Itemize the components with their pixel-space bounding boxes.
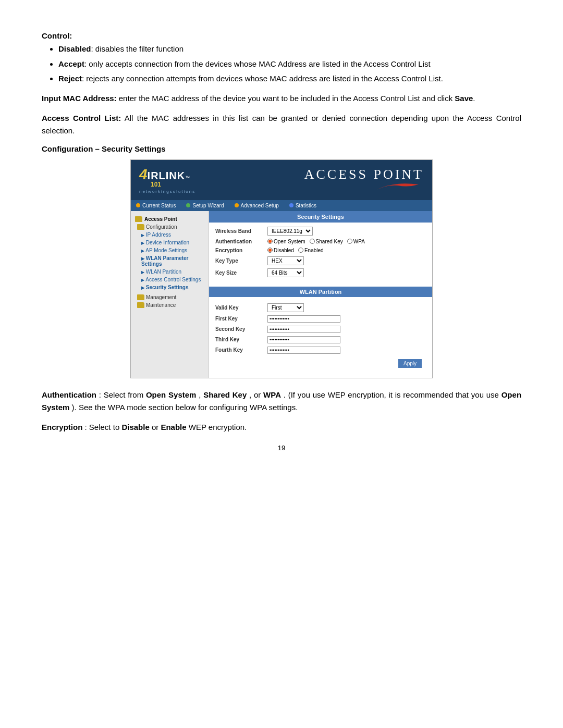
auth-label: Authentication bbox=[215, 239, 267, 244]
wireless-band-row: Wireless Band IEEE802.11g bbox=[215, 227, 426, 236]
enc-note-bold: Encryption bbox=[42, 423, 82, 431]
valid-key-select[interactable]: First bbox=[267, 303, 304, 312]
first-key-label: First Key bbox=[215, 316, 267, 322]
wireless-band-label: Wireless Band bbox=[215, 228, 267, 234]
valid-key-row: Valid Key First bbox=[215, 303, 426, 312]
fourth-key-value bbox=[267, 347, 426, 354]
auth-note-end: ). See the WPA mode section below for co… bbox=[72, 403, 298, 412]
third-key-input[interactable] bbox=[267, 336, 340, 343]
second-key-row: Second Key bbox=[215, 326, 426, 333]
wireless-band-value: IEEE802.11g bbox=[267, 227, 426, 236]
bullet-list: Disabled: disables the filter function A… bbox=[58, 43, 521, 85]
sidebar-label-device: Device Information bbox=[146, 240, 189, 245]
radio-enabled-dot bbox=[298, 248, 303, 253]
auth-shared-key[interactable]: Shared Key bbox=[310, 239, 343, 244]
nav-bar: Current Status Setup Wizard Advanced Set… bbox=[131, 200, 432, 211]
nav-label-setup: Setup Wizard bbox=[192, 203, 224, 208]
second-key-input[interactable] bbox=[267, 326, 340, 333]
sidebar-item-ap-mode[interactable]: ▶ AP Mode Settings bbox=[131, 246, 209, 254]
nav-bullet-stats bbox=[289, 203, 293, 207]
disable-bold: Disable bbox=[121, 423, 149, 431]
sidebar-label-config: Configuration bbox=[146, 224, 177, 230]
sidebar: Access Point Configuration ▶ IP Address … bbox=[131, 211, 209, 378]
wlan-partition-form: Valid Key First First Key bbox=[209, 299, 432, 374]
sidebar-item-configuration[interactable]: Configuration bbox=[131, 223, 209, 231]
auth-open-system[interactable]: Open System bbox=[267, 239, 305, 244]
logo-tm: ™ bbox=[185, 175, 190, 180]
sidebar-label-ap: Access Point bbox=[144, 216, 177, 222]
arrow-icon-wpart: ▶ bbox=[141, 270, 144, 275]
list-item: Reject: rejects any connection attempts … bbox=[58, 73, 521, 85]
disabled-text: : disables the filter function bbox=[91, 44, 184, 53]
key-type-select[interactable]: HEX bbox=[267, 256, 304, 265]
page-number: 19 bbox=[42, 444, 521, 452]
sidebar-item-wlan-param[interactable]: ▶ WLAN Parameter Settings bbox=[131, 254, 209, 268]
nav-setup-wizard[interactable]: Setup Wizard bbox=[186, 203, 224, 208]
third-key-label: Third Key bbox=[215, 337, 267, 342]
nav-bullet-setup bbox=[186, 203, 190, 207]
second-key-value bbox=[267, 326, 426, 333]
nav-bullet-current bbox=[136, 203, 140, 207]
accept-text: : only accepts connection from the devic… bbox=[84, 59, 431, 68]
wpa-bold: WPA bbox=[263, 390, 281, 399]
first-key-input[interactable] bbox=[267, 315, 340, 323]
enc-label: Encryption bbox=[215, 248, 267, 253]
reject-text: : rejects any connection attempts from d… bbox=[82, 74, 443, 83]
security-settings-header: Security Settings bbox=[209, 211, 432, 223]
logo-airlink: IRLINK bbox=[148, 170, 186, 182]
folder-icon-mgmt bbox=[137, 294, 144, 300]
auth-note-text: : Select from bbox=[99, 390, 146, 399]
apply-button[interactable]: Apply bbox=[398, 359, 422, 368]
control-title: Control: bbox=[42, 31, 521, 40]
radio-shared-key-dot bbox=[310, 239, 315, 244]
auth-wpa-label: WPA bbox=[353, 239, 365, 244]
key-size-row: Key Size 64 Bits bbox=[215, 268, 426, 277]
enc-value: Disabled Enabled bbox=[267, 248, 426, 253]
shared-key-bold: Shared Key bbox=[203, 390, 247, 399]
swoosh-icon bbox=[372, 180, 424, 192]
arrow-icon-sec: ▶ bbox=[141, 286, 144, 290]
nav-label-advanced: Advanced Setup bbox=[241, 203, 279, 208]
save-word: Save bbox=[455, 94, 473, 103]
folder-icon-maint bbox=[137, 302, 144, 308]
nav-advanced-setup[interactable]: Advanced Setup bbox=[235, 203, 279, 208]
nav-statistics[interactable]: Statistics bbox=[289, 203, 316, 208]
enc-disabled[interactable]: Disabled bbox=[267, 248, 294, 253]
radio-open-system-dot bbox=[267, 239, 273, 244]
first-key-row: First Key bbox=[215, 315, 426, 323]
radio-disabled-dot bbox=[267, 248, 273, 253]
arrow-icon-wlan: ▶ bbox=[141, 256, 144, 261]
sidebar-item-management[interactable]: Management bbox=[131, 293, 209, 301]
enc-enabled[interactable]: Enabled bbox=[298, 248, 324, 253]
first-key-value bbox=[267, 315, 426, 323]
arrow-icon-apmode: ▶ bbox=[141, 249, 144, 253]
page-content: Control: Disabled: disables the filter f… bbox=[42, 31, 521, 452]
auth-note-rest: . (If you use WEP encryption, it is reco… bbox=[284, 390, 501, 399]
sidebar-label-wlan: WLAN Parameter Settings bbox=[141, 255, 188, 267]
encryption-row: Encryption Disabled Enabled bbox=[215, 248, 426, 253]
nav-current-status[interactable]: Current Status bbox=[136, 203, 176, 208]
enc-note-para: Encryption : Select to Disable or Enable… bbox=[42, 421, 521, 434]
sidebar-item-security[interactable]: ▶ Security Settings bbox=[131, 283, 209, 291]
auth-open-system-label: Open System bbox=[274, 239, 305, 244]
fourth-key-label: Fourth Key bbox=[215, 347, 267, 353]
sidebar-item-access-control[interactable]: ▶ Access Control Settings bbox=[131, 276, 209, 283]
key-size-select[interactable]: 64 Bits bbox=[267, 268, 304, 277]
open-system-bold: Open System bbox=[146, 390, 196, 399]
list-item: Disabled: disables the filter function bbox=[58, 43, 521, 55]
fourth-key-input[interactable] bbox=[267, 347, 340, 354]
auth-wpa[interactable]: WPA bbox=[347, 239, 365, 244]
valid-key-label: Valid Key bbox=[215, 305, 267, 311]
auth-note-bold: Authentication bbox=[42, 390, 96, 399]
nav-label-stats: Statistics bbox=[296, 203, 316, 208]
sidebar-item-wlan-partition[interactable]: ▶ WLAN Partition bbox=[131, 268, 209, 276]
key-size-label: Key Size bbox=[215, 270, 267, 276]
sidebar-item-access-point[interactable]: Access Point bbox=[131, 215, 209, 223]
sidebar-label-acl: Access Control Settings bbox=[145, 277, 201, 282]
logo-four: 4 bbox=[139, 166, 148, 183]
sidebar-item-device[interactable]: ▶ Device Information bbox=[131, 239, 209, 246]
third-key-row: Third Key bbox=[215, 336, 426, 343]
sidebar-item-ip[interactable]: ▶ IP Address bbox=[131, 231, 209, 239]
sidebar-item-maintenance[interactable]: Maintenance bbox=[131, 301, 209, 309]
wireless-band-select[interactable]: IEEE802.11g bbox=[267, 227, 313, 236]
